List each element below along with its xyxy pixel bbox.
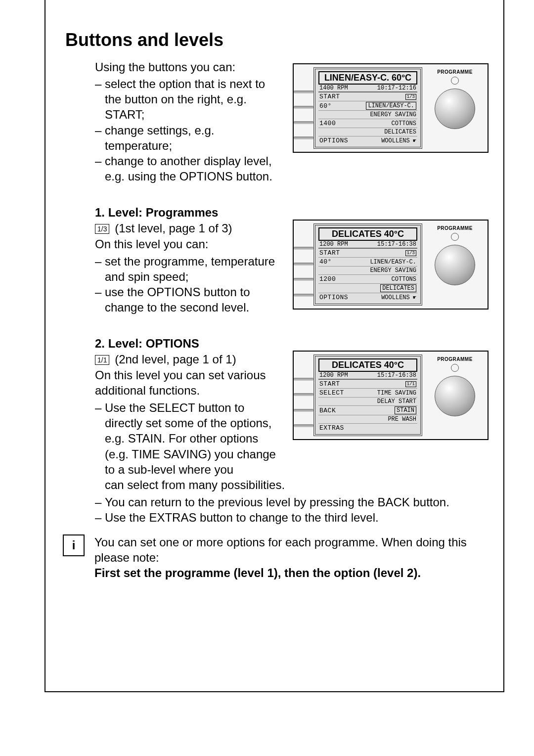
info-text: You can set one or more options for each… (94, 534, 489, 581)
screen-row: 1200COTTONS (318, 274, 417, 283)
intro-item: select the option that is next to the bu… (95, 76, 283, 123)
programme-knob[interactable] (435, 376, 475, 416)
page-indicator-icon: 1/1 (95, 355, 109, 365)
screen-title: DELICATES 40°C (318, 358, 417, 372)
screen-row: OPTIONSWOOLLENS (318, 293, 417, 302)
panel-button[interactable] (294, 294, 313, 297)
intro-item: change settings, e.g. temperature; (95, 123, 283, 153)
intro-list: select the option that is next to the bu… (95, 76, 283, 184)
display-panel-2: DELICATES 40°C 1200 RPM 15:17-16:38 STAR… (293, 220, 489, 310)
screen-row: ENERGY SAVING (318, 110, 417, 119)
panel-side-buttons (294, 352, 313, 439)
intro-lead: Using the buttons you can: (95, 60, 283, 74)
level1-list: set the programme, temperature and spin … (95, 254, 283, 315)
knob-label: PROGRAMME (437, 356, 473, 362)
clock-icon (451, 233, 459, 241)
level2-text: 2. Level: OPTIONS 1/1 (2nd level, page 1… (95, 326, 283, 477)
screen-subhead: 1200 RPM 15:17-16:38 (318, 241, 417, 248)
panel-button[interactable] (294, 263, 313, 266)
intro-text: Using the buttons you can: select the op… (95, 60, 283, 184)
panel-screen: LINEN/EASY-C. 60°C 1400 RPM 10:17-12:16 … (313, 67, 422, 149)
panel-knob-area: PROGRAMME (422, 352, 488, 439)
screen-row: START1/1 (318, 379, 417, 388)
programme-knob[interactable] (435, 245, 475, 285)
screen-time: 10:17-12:16 (377, 85, 416, 91)
level2-item: Use the EXTRAS button to change to the t… (95, 510, 489, 525)
screen-row: 40°LINEN/EASY-C. (318, 257, 417, 266)
programme-knob[interactable] (435, 89, 475, 129)
level2-item: You can return to the previous level by … (95, 494, 489, 510)
knob-label: PROGRAMME (437, 225, 473, 231)
screen-row: DELAY START (318, 397, 417, 405)
info-icon: i (63, 534, 85, 556)
screen-row: OPTIONSWOOLLENS (318, 136, 417, 145)
level2-list-part1: Use the SELECT button to directly set so… (95, 400, 283, 477)
panel-screen: DELICATES 40°C 1200 RPM 15:17-16:38 STAR… (313, 355, 422, 436)
screen-row: 60°LINEN/EASY-C. (318, 101, 417, 110)
level2-pageinfo: 1/1 (2nd level, page 1 of 1) (95, 352, 283, 367)
panel-button[interactable] (294, 409, 313, 412)
level2-item: Use the SELECT button to directly set so… (95, 400, 283, 477)
screen-row: START1/3 (318, 248, 417, 257)
page-indicator-icon: 1/3 (95, 224, 109, 234)
screen-title: LINEN/EASY-C. 60°C (318, 71, 417, 85)
screen-time: 15:17-16:38 (377, 241, 416, 248)
display-panel-3: DELICATES 40°C 1200 RPM 15:17-16:38 STAR… (293, 351, 489, 440)
level1-heading: 1. Level: Programmes (95, 206, 283, 220)
panel-side-buttons (294, 64, 313, 152)
level1-text: 1. Level: Programmes 1/3 (1st level, pag… (95, 195, 283, 315)
panel-side-buttons (294, 221, 313, 309)
screen-rpm: 1400 RPM (319, 85, 348, 91)
display-panel-1: LINEN/EASY-C. 60°C 1400 RPM 10:17-12:16 … (293, 63, 489, 153)
screen-row: DELICATES (318, 283, 417, 293)
screen-row: DELICATES (318, 128, 417, 136)
level1-item: use the OPTIONS button to change to the … (95, 284, 283, 315)
level2-list-part2: You can return to the previous level by … (95, 494, 489, 525)
intro-item: change to another display level, e.g. us… (95, 153, 283, 184)
screen-row: 1400COTTONS (318, 119, 417, 128)
screen-row: BACKSTAIN (318, 405, 417, 415)
level2-item-cont: can select from many possibilities. (105, 477, 489, 492)
panel-knob-area: PROGRAMME (422, 64, 488, 152)
panel-button[interactable] (294, 393, 313, 396)
panel-button[interactable] (294, 106, 313, 109)
clock-icon (451, 77, 459, 85)
page-title: Buttons and levels (65, 30, 489, 50)
level1-lead: On this level you can: (95, 236, 283, 252)
level2-heading: 2. Level: OPTIONS (95, 337, 283, 351)
screen-row: SELECTTIME SAVING (318, 388, 417, 397)
screen-title: DELICATES 40°C (318, 227, 417, 241)
screen-subhead: 1400 RPM 10:17-12:16 (318, 85, 417, 91)
panel-button[interactable] (294, 424, 313, 427)
info-note: i You can set one or more options for ea… (65, 534, 489, 581)
knob-label: PROGRAMME (437, 69, 473, 75)
clock-icon (451, 364, 459, 372)
manual-page: Buttons and levels Using the buttons you… (44, 0, 504, 692)
intro-row: Using the buttons you can: select the op… (65, 60, 489, 184)
screen-row: START1/3 (318, 91, 417, 101)
screen-rpm: 1200 RPM (319, 241, 348, 248)
screen-time: 15:17-16:38 (377, 372, 416, 379)
panel-button[interactable] (294, 136, 313, 139)
level1-pageinfo: 1/3 (1st level, page 1 of 3) (95, 221, 283, 236)
level1-row: 1. Level: Programmes 1/3 (1st level, pag… (65, 195, 489, 315)
level2-lead: On this level you can set various additi… (95, 367, 283, 398)
panel-button[interactable] (294, 90, 313, 93)
level2-row: 2. Level: OPTIONS 1/1 (2nd level, page 1… (65, 326, 489, 477)
screen-row: EXTRAS (318, 423, 417, 432)
panel-button[interactable] (294, 278, 313, 281)
panel-button[interactable] (294, 378, 313, 381)
panel-screen: DELICATES 40°C 1200 RPM 15:17-16:38 STAR… (313, 223, 422, 306)
info-bold: First set the programme (level 1), then … (94, 566, 421, 579)
panel-button[interactable] (294, 121, 313, 124)
screen-row: ENERGY SAVING (318, 266, 417, 274)
level1-item: set the programme, temperature and spin … (95, 254, 283, 284)
screen-row: PRE WASH (318, 415, 417, 423)
screen-rpm: 1200 RPM (319, 372, 348, 379)
panel-knob-area: PROGRAMME (422, 221, 488, 309)
panel-button[interactable] (294, 247, 313, 250)
screen-subhead: 1200 RPM 15:17-16:38 (318, 372, 417, 379)
